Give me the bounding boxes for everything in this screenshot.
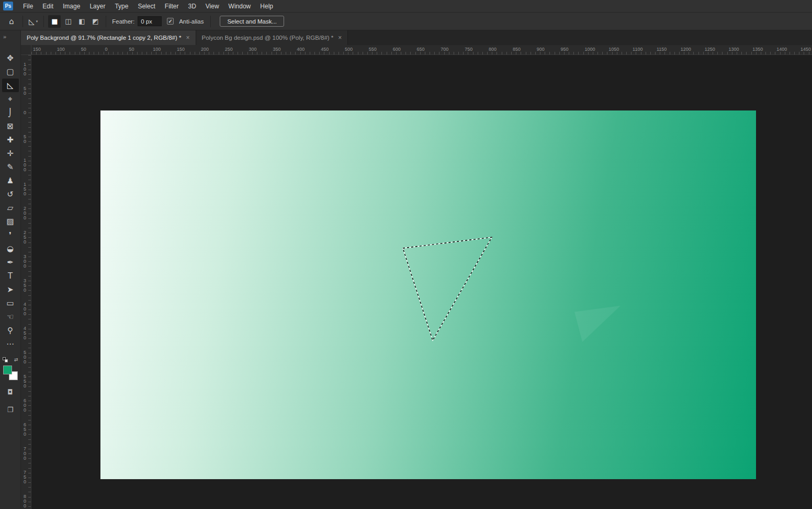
quick-mask-button[interactable]: ◘ — [2, 385, 19, 398]
ruler-label: 150 — [31, 45, 55, 54]
selection-marching-ants[interactable] — [403, 237, 492, 340]
menu-item[interactable]: Type — [110, 0, 133, 13]
menu-item[interactable]: Filter — [160, 0, 184, 13]
document-canvas[interactable] — [100, 110, 756, 479]
ruler-label: 1250 — [703, 45, 727, 54]
tab-polycon-bg-design[interactable]: Polycon Bg design.psd @ 100% (Poly, RGB/… — [196, 30, 348, 45]
eraser-tool[interactable]: ▱ — [2, 201, 19, 215]
tool-preset-picker[interactable]: ◺ ▾ — [27, 15, 40, 28]
edit-toolbar[interactable]: ⋯ — [2, 337, 19, 351]
ruler-label: 250 — [21, 230, 28, 255]
clone-stamp-tool[interactable]: ♟ — [2, 174, 19, 187]
horizontal-ruler: 150 100 50 0 50 100 150 200 250 — [31, 45, 812, 55]
brush-tool[interactable]: ✎ — [2, 160, 19, 174]
intersect-selection-mode[interactable]: ◩ — [89, 15, 102, 28]
antialias-checkbox[interactable]: ✓ — [167, 18, 174, 25]
type-tool[interactable]: T — [2, 269, 19, 283]
menu-item[interactable]: Edit — [38, 0, 58, 13]
frame-tool[interactable]: ⊠ — [2, 119, 19, 133]
feather-label: Feather: — [112, 18, 134, 25]
rectangular-marquee-tool[interactable]: ▢ — [2, 65, 19, 79]
ruler-label: 500 — [343, 45, 367, 54]
ruler-label: 350 — [271, 45, 295, 54]
move-tool[interactable]: ✥ — [2, 51, 19, 65]
rectangle-tool[interactable]: ▭ — [2, 296, 19, 310]
ruler-label: 650 — [415, 45, 439, 54]
eyedropper-tool[interactable]: ⌡ — [2, 106, 19, 119]
tool-icon: ⌖ — [8, 94, 12, 104]
menu-item[interactable]: 3D — [183, 0, 200, 13]
history-brush-tool[interactable]: ↺ — [2, 187, 19, 201]
ruler-label: 100 — [21, 62, 28, 86]
default-bg-square — [5, 359, 8, 362]
tab-title: Poly Backgrond @ 91.7% (Rectangle 1 copy… — [27, 35, 182, 41]
menu-items: File Edit Image Layer Type Select Filter… — [18, 0, 278, 13]
canvas-row: 100 50 0 50 100 150 200 250 300 — [21, 55, 812, 509]
divider — [210, 16, 211, 27]
tools-panel: » ✥ ▢ ◺ ⌖ ⌡ — [0, 30, 21, 509]
tool-icon: ♟ — [7, 176, 14, 185]
pen-tool[interactable]: ✒ — [2, 256, 19, 269]
ruler-label: 750 — [463, 45, 487, 54]
object-selection-tool[interactable]: ⌖ — [2, 92, 19, 106]
ruler-label: 650 — [21, 423, 28, 447]
tab-poly-backgrond[interactable]: Poly Backgrond @ 91.7% (Rectangle 1 copy… — [21, 30, 196, 45]
divider — [43, 16, 44, 27]
color-swatches — [3, 366, 18, 380]
tool-icon: ⚲ — [7, 326, 13, 335]
tool-icon: ⋯ — [6, 339, 14, 349]
ruler-label: 600 — [21, 399, 28, 423]
close-icon[interactable]: × — [338, 34, 342, 41]
subtract-from-selection-mode[interactable]: ◧ — [75, 15, 88, 28]
selection-mode-group: ■ ◫ ◧ ◩ — [48, 15, 102, 28]
blur-tool[interactable]: ❜ — [2, 228, 19, 242]
dodge-tool[interactable]: ◒ — [2, 242, 19, 256]
menu-item[interactable]: Image — [58, 0, 85, 13]
menu-item[interactable]: File — [18, 0, 38, 13]
menu-item[interactable]: Layer — [85, 0, 110, 13]
ruler-label: 700 — [21, 447, 28, 471]
menu-item[interactable]: Help — [255, 0, 278, 13]
home-icon[interactable]: ⌂ — [4, 15, 19, 28]
add-to-selection-mode[interactable]: ◫ — [62, 15, 74, 28]
ruler-label: 1400 — [775, 45, 799, 54]
ruler-label: 450 — [21, 326, 28, 350]
healing-brush-tool[interactable]: ✛ — [2, 147, 19, 160]
pasteboard[interactable] — [31, 55, 812, 509]
ruler-label: 400 — [21, 302, 28, 326]
swap-colors-icon[interactable]: ⇄ — [14, 357, 18, 362]
divider — [106, 16, 106, 27]
vertical-ruler: 100 50 0 50 100 150 200 250 300 — [21, 55, 31, 509]
menu-item[interactable]: Window — [224, 0, 256, 13]
expand-toolbar-icon[interactable]: » — [0, 30, 20, 43]
path-selection-tool[interactable]: ➤ — [2, 283, 19, 296]
feather-input[interactable] — [138, 16, 162, 26]
gradient-tool[interactable]: ▨ — [2, 215, 19, 228]
ruler-label: 850 — [511, 45, 535, 54]
hand-tool[interactable]: ☜ — [2, 310, 19, 324]
ruler-label: 800 — [487, 45, 511, 54]
close-icon[interactable]: × — [186, 34, 190, 41]
ruler-label: 700 — [439, 45, 463, 54]
new-selection-mode[interactable]: ■ — [48, 15, 61, 28]
ruler-label: 300 — [21, 255, 28, 279]
polygonal-lasso-tool[interactable]: ◺ — [2, 79, 19, 92]
spot-healing-brush-tool[interactable]: ✚ — [2, 133, 19, 147]
foreground-color-swatch[interactable] — [3, 366, 12, 374]
menu-item[interactable]: Select — [133, 0, 160, 13]
screen-mode-button[interactable]: ❐ — [2, 403, 19, 416]
ruler-label: 100 — [21, 158, 28, 182]
ruler-label: 1000 — [583, 45, 607, 54]
tool-icon: ▱ — [7, 203, 14, 213]
tab-title: Polycon Bg design.psd @ 100% (Poly, RGB/… — [202, 35, 334, 41]
ruler-label: 1450 — [799, 45, 812, 54]
zoom-tool[interactable]: ⚲ — [2, 324, 19, 337]
menu-item[interactable]: View — [201, 0, 224, 13]
default-colors-icon[interactable] — [3, 357, 8, 362]
main-area: » ✥ ▢ ◺ ⌖ ⌡ — [0, 30, 812, 509]
tool-icon: ➤ — [7, 285, 14, 294]
tool-icon: ◒ — [7, 244, 14, 253]
tool-icon: ▭ — [6, 298, 14, 308]
ruler-label: 200 — [199, 45, 223, 54]
select-and-mask-button[interactable]: Select and Mask... — [220, 16, 284, 27]
